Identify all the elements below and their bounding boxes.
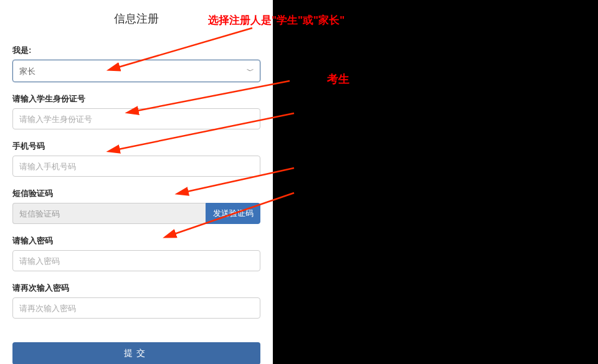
submit-button[interactable]: 提交: [12, 342, 260, 364]
annotation-right: 考生: [327, 72, 349, 86]
field-sms: 短信验证码 发送验证码: [12, 188, 260, 224]
field-student-id: 请输入学生身份证号: [12, 93, 260, 129]
annotation-top: 选择注册人是"学生"或"家长": [208, 13, 344, 27]
send-sms-button[interactable]: 发送验证码: [206, 203, 260, 224]
label-iam: 我是:: [12, 45, 260, 56]
label-password: 请输入密码: [12, 235, 260, 246]
input-student-id[interactable]: [12, 108, 260, 129]
input-password[interactable]: [12, 250, 260, 271]
field-iam: 我是: 家长 ﹀: [12, 45, 260, 82]
field-password2: 请再次输入密码: [12, 282, 260, 319]
form-panel: 信息注册 我是: 家长 ﹀ 请输入学生身份证号 手机号码 短信验证码 发送验证码: [0, 0, 273, 364]
select-iam[interactable]: 家长: [12, 60, 260, 82]
right-blackout: [273, 0, 598, 364]
field-phone: 手机号码: [12, 141, 260, 177]
label-student-id: 请输入学生身份证号: [12, 93, 260, 105]
input-phone[interactable]: [12, 156, 260, 177]
label-sms: 短信验证码: [12, 188, 260, 199]
field-password: 请输入密码: [12, 235, 260, 271]
input-password2[interactable]: [12, 297, 260, 319]
input-sms[interactable]: [12, 203, 206, 224]
label-password2: 请再次输入密码: [12, 282, 260, 294]
label-phone: 手机号码: [12, 141, 260, 152]
